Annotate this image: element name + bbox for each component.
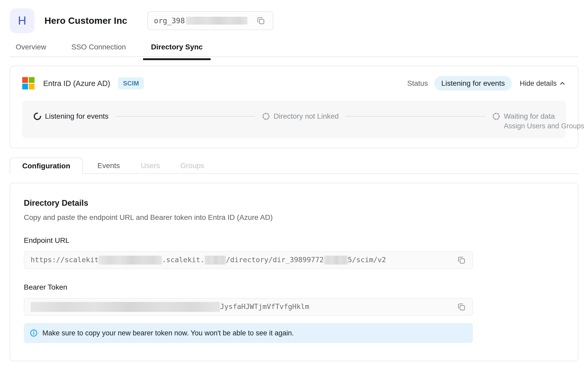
sync-steps-panel: Listening for events Directory not Linke…	[22, 101, 566, 138]
step-connector	[346, 116, 485, 117]
token-visible-part: JysfaHJWTjmVfTvfgHklm	[220, 302, 309, 311]
hide-details-label: Hide details	[520, 79, 557, 88]
org-avatar: H	[10, 8, 35, 33]
endpoint-url-field[interactable]: https://scalekit.scalekit./directory/dir…	[24, 251, 473, 269]
endpoint-url-value: https://scalekit.scalekit./directory/dir…	[31, 256, 386, 265]
subtab-configuration[interactable]: Configuration	[10, 158, 83, 174]
bearer-token-value: JysfaHJWTjmVfTvfgHklm	[31, 302, 309, 312]
copy-icon	[457, 302, 466, 312]
url-redacted	[99, 256, 162, 265]
step-label: Listening for events	[45, 112, 109, 121]
org-title: Hero Customer Inc	[44, 15, 127, 26]
endpoint-url-copy-button[interactable]	[456, 254, 467, 266]
tab-sso-connection[interactable]: SSO Connection	[71, 40, 126, 56]
bearer-token-label: Bearer Token	[24, 283, 564, 291]
section-subtitle: Copy and paste the endpoint URL and Bear…	[24, 213, 564, 222]
tab-overview[interactable]: Overview	[16, 40, 46, 56]
ms-logo-yellow-square	[29, 84, 35, 89]
step-waiting-for-data: Waiting for data Assign Users and Groups	[492, 112, 555, 121]
main-tabs: Overview SSO Connection Directory Sync	[10, 40, 578, 57]
provider-status-group: Status Listening for events Hide details	[407, 76, 566, 91]
section-title: Directory Details	[24, 198, 564, 208]
org-avatar-letter: H	[18, 14, 26, 27]
url-part: 5/scim/v2	[348, 256, 386, 264]
bearer-token-copy-button[interactable]	[456, 301, 467, 313]
step-directory-not-linked: Directory not Linked	[262, 112, 339, 121]
endpoint-url-label: Endpoint URL	[24, 236, 564, 245]
provider-card-header: Entra ID (Azure AD) SCIM Status Listenin…	[10, 66, 578, 101]
url-redacted	[324, 256, 348, 265]
directory-subtabs: Configuration Events Users Groups	[10, 158, 578, 174]
protocol-badge: SCIM	[118, 77, 144, 89]
spinner-icon	[33, 112, 42, 121]
subtab-events[interactable]: Events	[98, 158, 120, 173]
hide-details-button[interactable]: Hide details	[520, 79, 566, 88]
tab-directory-sync[interactable]: Directory Sync	[151, 40, 203, 56]
step-label: Directory not Linked	[274, 112, 339, 121]
dashed-circle-icon	[262, 112, 270, 121]
token-redacted	[31, 302, 220, 312]
provider-name: Entra ID (Azure AD)	[43, 79, 110, 88]
org-directory-sync-page: H Hero Customer Inc org_398 Overview SSO…	[0, 0, 588, 378]
provider-card: Entra ID (Azure AD) SCIM Status Listenin…	[10, 66, 578, 148]
org-id-copy-button[interactable]	[255, 15, 267, 26]
chevron-up-icon	[559, 80, 566, 87]
org-id-field: org_398	[147, 11, 273, 30]
bearer-token-field[interactable]: JysfaHJWTjmVfTvfgHklm	[24, 298, 473, 316]
microsoft-logo-icon	[22, 77, 35, 90]
step-listening-for-events: Listening for events	[33, 112, 109, 121]
info-banner-text: Make sure to copy your new bearer token …	[42, 329, 294, 337]
ms-logo-green-square	[29, 77, 35, 83]
copy-icon	[256, 16, 265, 25]
configuration-card: Directory Details Copy and paste the end…	[10, 183, 578, 361]
step-sublabel: Assign Users and Groups	[504, 122, 584, 130]
url-redacted	[205, 256, 226, 265]
dashed-circle-icon	[492, 112, 500, 121]
status-badge: Listening for events	[434, 76, 512, 91]
ms-logo-blue-square	[22, 84, 28, 89]
step-connector	[115, 116, 255, 117]
url-part: .scalekit.	[162, 256, 205, 264]
subtab-groups[interactable]: Groups	[180, 158, 204, 173]
info-icon	[30, 329, 38, 337]
subtab-users[interactable]: Users	[141, 158, 160, 173]
url-part: https://scalekit	[31, 256, 99, 264]
org-id-redacted	[186, 17, 247, 25]
copy-icon	[457, 255, 466, 265]
org-id-value: org_398	[154, 16, 185, 25]
token-info-banner: Make sure to copy your new bearer token …	[24, 323, 473, 343]
page-header: H Hero Customer Inc org_398	[10, 8, 578, 33]
step-label: Waiting for data	[504, 112, 555, 121]
ms-logo-red-square	[22, 77, 28, 83]
url-part: /directory/dir_39899772	[226, 256, 324, 264]
status-label: Status	[407, 79, 428, 88]
